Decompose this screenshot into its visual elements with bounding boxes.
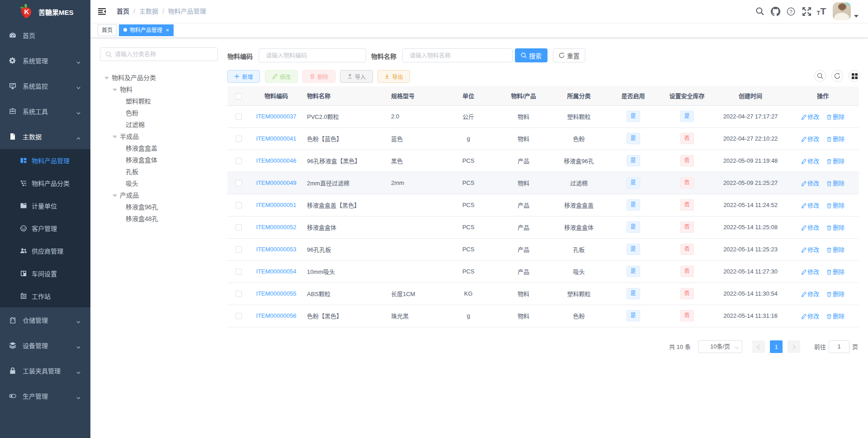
svg-text:?: ? (789, 9, 792, 14)
svg-text:K: K (24, 8, 29, 15)
